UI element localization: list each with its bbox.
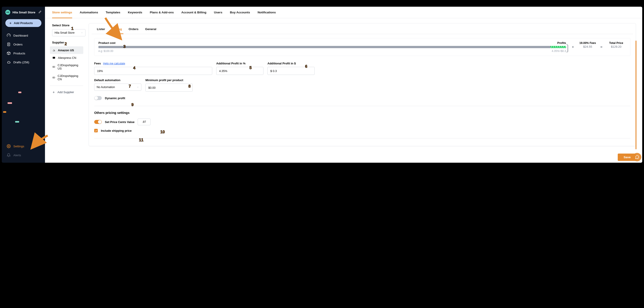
profit-formula: 4.35%+$0.3 [552, 50, 566, 53]
sub-tabs: Lister Pricing Orders General [92, 24, 633, 34]
add-supplier-button[interactable]: Add Supplier [52, 89, 83, 96]
nav-drafts[interactable]: Drafts (258) [2, 58, 45, 67]
set-cents-toggle[interactable] [94, 120, 102, 124]
total-price-value: $129.20 [606, 45, 626, 48]
tab-templates[interactable]: Templates [106, 11, 120, 18]
example-price: e.g: $100.00 [98, 50, 113, 53]
fees-input[interactable] [94, 67, 212, 75]
profit-bar-segment [550, 46, 566, 48]
supplier-label-text: Aliexpress CN [58, 56, 76, 60]
nav-orders[interactable]: Orders [2, 40, 45, 49]
nav-alerts[interactable]: Alerts [2, 151, 45, 160]
help-calculate-link[interactable]: Help me calculate [103, 62, 125, 65]
subtab-orders[interactable]: Orders [129, 28, 138, 34]
supplier-amazon[interactable]: Amazon US [50, 46, 83, 54]
set-cents-label: Set Price Cents Value [105, 120, 134, 124]
bracket-icon [566, 45, 568, 52]
add-supplier-label: Add Supplier [58, 91, 74, 94]
cj-icon [52, 76, 56, 79]
total-price-label: Total Price [606, 42, 626, 45]
price-breakdown-box: Product cost Profits e.g: $100.00 4.35%+… [94, 38, 630, 56]
select-store-label: Select Store [52, 24, 83, 27]
supplier-label-text: CJDropshipping CN [58, 74, 81, 81]
scrollbar[interactable] [636, 41, 636, 149]
tab-account[interactable]: Account & Billing [181, 11, 206, 18]
profit-pct-input[interactable] [216, 67, 264, 75]
gauge-icon [7, 34, 11, 38]
nav-label: Alerts [13, 154, 21, 157]
supplier-label-text: Amazon US [58, 49, 74, 52]
plus-sign: + [572, 45, 575, 49]
fees-pct-label: 19.00% Fees [578, 42, 598, 45]
tab-automations[interactable]: Automations [80, 11, 98, 18]
main-panel: Store settings Automations Templates Key… [45, 7, 642, 163]
include-shipping-checkbox[interactable] [94, 129, 98, 132]
sidebar: HS Hila Small Store Add Products Dashboa… [2, 7, 45, 163]
box-icon [7, 51, 11, 55]
subtab-pricing[interactable]: Pricing [112, 28, 122, 34]
add-products-button[interactable]: Add Products [5, 19, 42, 27]
subtab-lister[interactable]: Lister [97, 28, 105, 34]
profits-label: Profits [557, 42, 566, 46]
pencil-icon[interactable] [38, 11, 42, 14]
nav-label: Dashboard [13, 34, 28, 37]
profit-pct-label: Additional Profit in % [216, 62, 264, 65]
pricing-card: Lister Pricing Orders General Product co… [89, 23, 636, 146]
top-tabs: Store settings Automations Templates Key… [45, 7, 642, 18]
divider [94, 138, 630, 138]
nav-settings[interactable]: Settings [2, 142, 45, 151]
nav-label: Orders [13, 43, 22, 46]
store-name: Hila Small Store [12, 11, 36, 14]
store-supplier-panel: Select Store Hila Small Store Supplier A… [45, 18, 87, 163]
subtab-general[interactable]: General [145, 28, 156, 34]
aliexpress-icon [52, 56, 56, 60]
plus-icon [9, 22, 12, 25]
tab-users[interactable]: Users [214, 11, 222, 18]
min-profit-input[interactable] [146, 84, 192, 92]
equals-sign: = [600, 45, 604, 49]
add-products-label: Add Products [14, 22, 33, 25]
cloud-icon [7, 60, 11, 64]
profit-dollar-input[interactable] [268, 67, 315, 75]
svg-rect-2 [53, 57, 55, 59]
tab-keywords[interactable]: Keywords [128, 11, 142, 18]
gear-icon [7, 144, 11, 148]
dynamic-profit-toggle[interactable] [94, 96, 102, 100]
chat-widget-icon[interactable] [633, 153, 641, 161]
nav-label: Drafts (258) [13, 61, 29, 64]
supplier-label: Supplier [52, 41, 83, 44]
supplier-aliexpress[interactable]: Aliexpress CN [50, 54, 83, 62]
settings-card-area: Lister Pricing Orders General Product co… [87, 18, 642, 163]
default-automation-select[interactable]: No Automation [94, 84, 142, 91]
tab-store-settings[interactable]: Store settings [52, 11, 72, 18]
other-settings-title: Others pricing settings [89, 109, 636, 116]
chevron-down-icon [137, 86, 139, 88]
supplier-cj-cn[interactable]: CJDropshipping CN [50, 72, 83, 83]
profit-dollar-label: Additional Profit in $ [268, 62, 315, 65]
chevron-down-icon [81, 32, 83, 34]
svg-point-1 [8, 146, 9, 147]
nav-dashboard[interactable]: Dashboard [2, 31, 45, 40]
cents-value-input[interactable] [138, 119, 150, 125]
default-automation-label: Default automation [94, 79, 142, 82]
cj-icon [52, 65, 56, 69]
nav-label: Products [13, 52, 25, 55]
supplier-cj-us[interactable]: CJDropshipping US [50, 62, 83, 72]
nav-products[interactable]: Products [2, 49, 45, 58]
min-profit-label: Minimum profit per product [146, 79, 192, 82]
store-select[interactable]: Hila Small Store [52, 29, 86, 36]
tab-buy-accounts[interactable]: Buy Accounts [230, 11, 250, 18]
divider [94, 106, 630, 106]
plus-icon [52, 91, 55, 94]
supplier-label-text: CJDropshipping US [58, 64, 81, 70]
cost-bar [98, 46, 566, 48]
tab-plans[interactable]: Plans & Add-ons [150, 11, 174, 18]
check-icon [95, 130, 97, 132]
tab-notifications[interactable]: Notifications [258, 11, 276, 18]
dynamic-profit-label: Dynamic profit [105, 97, 125, 100]
fees-label: Fees [94, 62, 101, 65]
store-select-value: Hila Small Store [54, 31, 74, 34]
clipboard-icon [7, 42, 11, 46]
product-cost-label: Product cost [98, 42, 115, 45]
automation-value: No Automation [97, 86, 115, 89]
